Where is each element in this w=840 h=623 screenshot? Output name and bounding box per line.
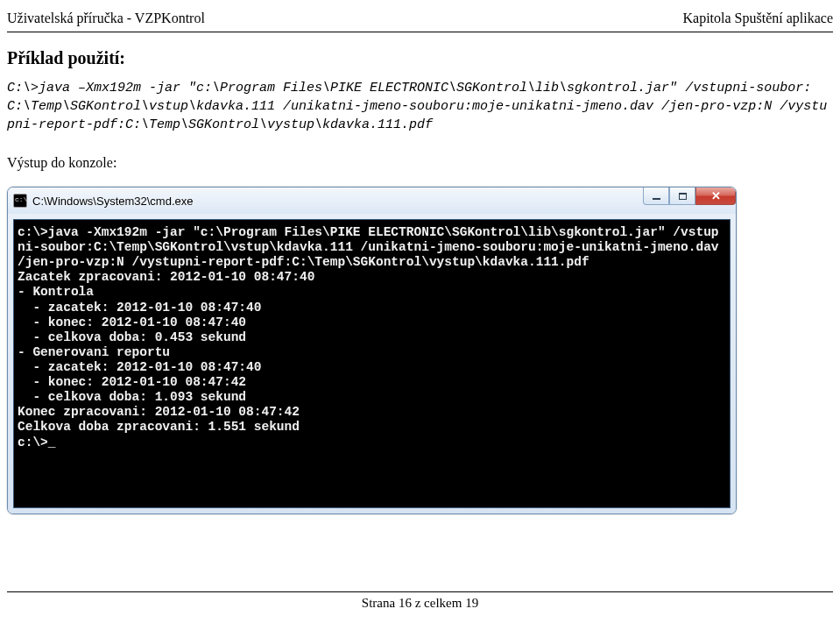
window-title: C:\Windows\System32\cmd.exe: [32, 195, 734, 208]
page-footer: Strana 16 z celkem 19: [0, 591, 840, 611]
cmd-window: C:\Windows\System32\cmd.exe ✕ c:\>java -…: [7, 187, 737, 514]
console-output[interactable]: c:\>java -Xmx192m -jar "c:\Program Files…: [13, 219, 731, 508]
console-cmd-line: c:\>java -Xmx192m -jar "c:\Program Files…: [18, 225, 723, 270]
minimize-icon: [653, 198, 660, 200]
console-prompt: c:\>_: [18, 435, 723, 450]
cmd-icon: [13, 194, 27, 208]
console-line: Celkova doba zpracovani: 1.551 sekund: [18, 420, 723, 435]
console-line: Zacatek zpracovani: 2012-01-10 08:47:40: [18, 270, 723, 285]
console-line: - konec: 2012-01-10 08:47:42: [18, 375, 723, 390]
console-line: - zacatek: 2012-01-10 08:47:40: [18, 360, 723, 375]
section-title: Příklad použití:: [0, 32, 840, 74]
footer-text: Strana 16 z celkem 19: [0, 596, 840, 611]
header-left: Uživatelská příručka - VZPKontrol: [7, 11, 205, 26]
close-button[interactable]: ✕: [695, 188, 736, 205]
console-line: - zacatek: 2012-01-10 08:47:40: [18, 301, 723, 315]
footer-rule: [7, 591, 833, 592]
maximize-button[interactable]: [669, 188, 695, 205]
console-line: - Kontrola: [18, 285, 723, 300]
command-example: C:\>java –Xmx192m -jar "c:\Program Files…: [0, 74, 840, 139]
console-line: - Generovani reportu: [18, 345, 723, 360]
console-line: Konec zpracovani: 2012-01-10 08:47:42: [18, 405, 723, 420]
minimize-button[interactable]: [643, 188, 669, 205]
close-icon: ✕: [711, 190, 721, 202]
console-line: - celkova doba: 1.093 sekund: [18, 390, 723, 405]
header-right: Kapitola Spuštění aplikace: [682, 11, 833, 26]
window-buttons: ✕: [643, 188, 736, 205]
console-line: - celkova doba: 0.453 sekund: [18, 330, 723, 345]
maximize-icon: [679, 193, 687, 200]
console-line: - konec: 2012-01-10 08:47:40: [18, 315, 723, 330]
window-titlebar[interactable]: C:\Windows\System32\cmd.exe ✕: [8, 188, 736, 214]
page-header: Uživatelská příručka - VZPKontrol Kapito…: [0, 0, 840, 30]
console-caption: Výstup do konzole:: [0, 139, 840, 180]
